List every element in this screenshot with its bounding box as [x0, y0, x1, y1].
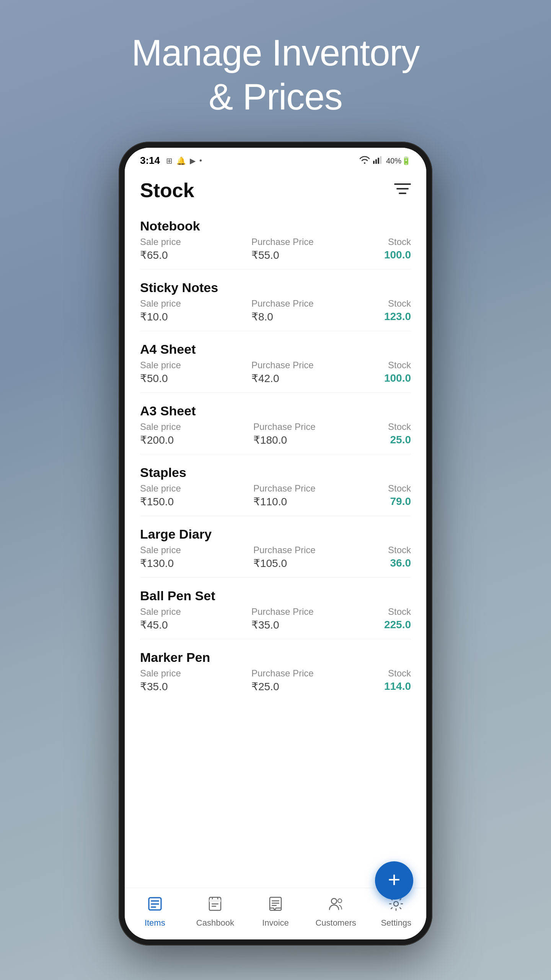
sale-price-value: ₹35.0 [140, 680, 181, 693]
invoice-nav-label: Invoice [262, 918, 289, 928]
settings-nav-label: Settings [381, 918, 411, 928]
items-icon [147, 896, 163, 916]
sale-price-value: ₹150.0 [140, 495, 181, 508]
sale-price-value: ₹200.0 [140, 434, 181, 446]
item-details: Sale price ₹45.0 Purchase Price ₹35.0 St… [140, 606, 411, 631]
sale-price-label: Sale price [140, 483, 181, 494]
sale-price-value: ₹50.0 [140, 372, 181, 385]
item-details: Sale price ₹200.0 Purchase Price ₹180.0 … [140, 421, 411, 446]
item-name: Staples [140, 465, 411, 480]
battery-icon: 40%🔋 [386, 156, 411, 165]
item-name: Marker Pen [140, 650, 411, 665]
item-details: Sale price ₹65.0 Purchase Price ₹55.0 St… [140, 237, 411, 261]
purchase-price-label: Purchase Price [251, 360, 314, 371]
sale-price-col: Sale price ₹50.0 [140, 360, 181, 385]
purchase-price-col: Purchase Price ₹42.0 [251, 360, 314, 385]
item-name: Notebook [140, 219, 411, 234]
nav-settings[interactable]: Settings [373, 896, 419, 928]
purchase-price-value: ₹25.0 [251, 680, 314, 693]
nav-items[interactable]: Items [132, 896, 178, 928]
svg-point-21 [394, 902, 398, 906]
stock-item[interactable]: A4 Sheet Sale price ₹50.0 Purchase Price… [140, 331, 411, 393]
svg-rect-2 [378, 158, 379, 164]
item-name: A4 Sheet [140, 342, 411, 357]
purchase-price-value: ₹55.0 [251, 249, 314, 261]
purchase-price-col: Purchase Price ₹105.0 [253, 545, 316, 570]
purchase-price-value: ₹180.0 [253, 434, 316, 446]
sale-price-col: Sale price ₹150.0 [140, 483, 181, 508]
customers-icon [328, 896, 344, 916]
svg-rect-4 [394, 183, 411, 185]
stock-list: Notebook Sale price ₹65.0 Purchase Price… [125, 208, 426, 888]
item-details: Sale price ₹10.0 Purchase Price ₹8.0 Sto… [140, 298, 411, 323]
svg-point-19 [331, 898, 337, 904]
stock-label: Stock [388, 298, 411, 309]
stock-items-container: Notebook Sale price ₹65.0 Purchase Price… [140, 208, 411, 701]
stock-value: 79.0 [390, 495, 411, 508]
dot-icon: • [199, 156, 202, 165]
svg-rect-5 [396, 188, 409, 189]
sale-price-value: ₹45.0 [140, 619, 181, 631]
stock-label: Stock [388, 668, 411, 679]
stock-item[interactable]: Marker Pen Sale price ₹35.0 Purchase Pri… [140, 639, 411, 701]
svg-rect-14 [212, 906, 216, 907]
item-name: Large Diary [140, 527, 411, 542]
status-bar: 3:14 ⊞ 🔔 ▶ • [125, 148, 426, 171]
svg-rect-1 [375, 159, 377, 164]
stock-label: Stock [388, 483, 411, 494]
stock-label: Stock [388, 606, 411, 617]
svg-rect-0 [373, 161, 375, 164]
item-name: A3 Sheet [140, 403, 411, 418]
stock-label: Stock [388, 237, 411, 247]
nav-invoice[interactable]: Invoice [253, 896, 298, 928]
stock-label: Stock [388, 360, 411, 371]
status-icons: 40%🔋 [359, 155, 411, 166]
purchase-price-col: Purchase Price ₹35.0 [251, 606, 314, 631]
stock-item[interactable]: Notebook Sale price ₹65.0 Purchase Price… [140, 208, 411, 270]
phone-screen: 3:14 ⊞ 🔔 ▶ • [125, 148, 426, 939]
purchase-price-value: ₹35.0 [251, 619, 314, 631]
stock-col: Stock 123.0 [384, 298, 411, 323]
sale-price-col: Sale price ₹130.0 [140, 545, 181, 570]
purchase-price-label: Purchase Price [251, 668, 314, 679]
add-item-button[interactable]: + [375, 861, 413, 900]
wifi-icon [359, 155, 370, 166]
purchase-price-col: Purchase Price ₹25.0 [251, 668, 314, 693]
nav-customers[interactable]: Customers [313, 896, 359, 928]
hero-title: Manage Inventory& Prices [132, 31, 419, 119]
stock-value: 25.0 [390, 434, 411, 446]
sale-price-label: Sale price [140, 545, 181, 555]
stock-value: 123.0 [384, 310, 411, 323]
sale-price-value: ₹10.0 [140, 310, 181, 323]
purchase-price-label: Purchase Price [253, 545, 316, 555]
sale-price-col: Sale price ₹200.0 [140, 421, 181, 446]
phone-device: 3:14 ⊞ 🔔 ▶ • [119, 142, 432, 946]
purchase-price-label: Purchase Price [251, 298, 314, 309]
sale-price-label: Sale price [140, 421, 181, 432]
svg-rect-3 [380, 156, 381, 164]
stock-item[interactable]: Ball Pen Set Sale price ₹45.0 Purchase P… [140, 578, 411, 639]
svg-rect-16 [272, 900, 279, 902]
stock-item[interactable]: A3 Sheet Sale price ₹200.0 Purchase Pric… [140, 393, 411, 454]
sale-price-value: ₹130.0 [140, 557, 181, 570]
svg-rect-12 [209, 900, 221, 902]
purchase-price-col: Purchase Price ₹55.0 [251, 237, 314, 261]
status-time: 3:14 [140, 155, 160, 167]
purchase-price-label: Purchase Price [253, 421, 316, 432]
stock-item[interactable]: Large Diary Sale price ₹130.0 Purchase P… [140, 516, 411, 578]
stock-label: Stock [388, 421, 411, 432]
cashbook-icon [207, 896, 223, 916]
filter-icon[interactable] [394, 182, 411, 199]
nav-cashbook[interactable]: Cashbook [192, 896, 238, 928]
stock-item[interactable]: Sticky Notes Sale price ₹10.0 Purchase P… [140, 270, 411, 331]
youtube-icon: ▶ [190, 156, 196, 165]
svg-rect-13 [212, 903, 218, 905]
stock-col: Stock 36.0 [388, 545, 411, 569]
stock-label: Stock [388, 545, 411, 555]
customers-nav-label: Customers [315, 918, 356, 928]
purchase-price-label: Purchase Price [253, 483, 316, 494]
svg-rect-8 [151, 900, 159, 902]
stock-item[interactable]: Staples Sale price ₹150.0 Purchase Price… [140, 454, 411, 516]
purchase-price-value: ₹8.0 [251, 310, 314, 323]
purchase-price-label: Purchase Price [251, 606, 314, 617]
